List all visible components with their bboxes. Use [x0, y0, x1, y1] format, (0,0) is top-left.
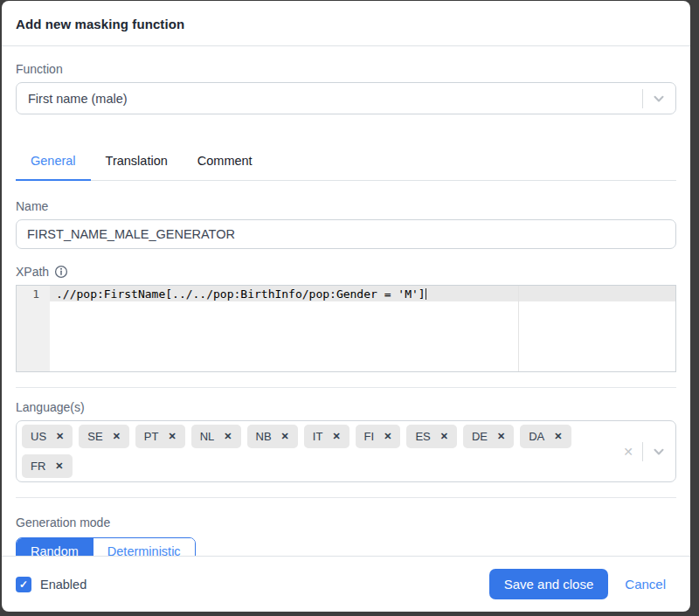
enabled-label: Enabled: [40, 578, 87, 592]
languages-label: Language(s): [16, 400, 676, 414]
select-divider: [642, 442, 643, 461]
remove-tag-icon[interactable]: ✕: [168, 432, 176, 441]
save-and-close-button[interactable]: Save and close: [489, 569, 609, 599]
editor-line-number: 1: [32, 287, 39, 301]
xpath-code-text: .//pop:FirstName[../../pop:BirthInfo/pop…: [56, 287, 426, 301]
dialog-footer: ✓ Enabled Save and close Cancel: [2, 556, 690, 612]
generation-mode-label: Generation mode: [16, 516, 676, 529]
language-tag-label: DE: [472, 430, 488, 443]
dialog-header: Add new masking function: [2, 1, 690, 46]
enabled-checkbox[interactable]: ✓: [16, 577, 31, 592]
language-tag-label: IT: [313, 430, 323, 443]
language-tag: FR✕: [22, 454, 73, 478]
language-tag-label: NB: [256, 430, 272, 443]
language-tag-list: US✕ SE✕ PT✕ NL✕ NB✕ IT✕ FI✕ ES✕ DE✕ DA✕ …: [22, 425, 614, 478]
language-tag-label: FI: [364, 430, 375, 443]
function-select-value: First name (male): [28, 92, 642, 106]
name-input[interactable]: [16, 219, 676, 249]
generation-mode-deterministic-button[interactable]: Deterministic: [93, 538, 195, 556]
language-tag: NL✕: [191, 425, 241, 448]
clear-all-icon[interactable]: ✕: [623, 445, 633, 459]
remove-tag-icon[interactable]: ✕: [224, 432, 232, 441]
dialog-body: Function First name (male) General Trans…: [2, 46, 690, 556]
language-tag-label: SE: [87, 430, 102, 443]
name-label: Name: [16, 199, 676, 213]
section-divider: [16, 387, 676, 388]
editor-code-area[interactable]: .//pop:FirstName[../../pop:BirthInfo/pop…: [50, 286, 675, 371]
modal-backdrop: Add new masking function Function First …: [0, 0, 699, 616]
function-select[interactable]: First name (male): [16, 82, 676, 114]
info-icon[interactable]: [54, 265, 68, 279]
language-tag-label: DA: [529, 430, 544, 443]
language-tag-label: US: [31, 430, 46, 443]
language-tag-label: PT: [144, 430, 159, 443]
language-tag-label: FR: [31, 460, 45, 473]
tab-comment[interactable]: Comment: [183, 144, 267, 181]
language-tag: PT✕: [135, 425, 185, 448]
language-tag: DE✕: [463, 425, 514, 448]
remove-tag-icon[interactable]: ✕: [332, 432, 340, 441]
function-label: Function: [16, 62, 676, 76]
remove-tag-icon[interactable]: ✕: [497, 432, 505, 441]
tab-bar: General Translation Comment: [16, 144, 676, 181]
languages-multiselect[interactable]: US✕ SE✕ PT✕ NL✕ NB✕ IT✕ FI✕ ES✕ DE✕ DA✕ …: [16, 420, 676, 482]
remove-tag-icon[interactable]: ✕: [440, 432, 448, 441]
language-tag: DA✕: [520, 425, 571, 448]
cancel-button[interactable]: Cancel: [625, 577, 666, 592]
language-tag: NB✕: [247, 425, 298, 448]
remove-tag-icon[interactable]: ✕: [554, 432, 562, 441]
section-divider: [16, 497, 676, 498]
remove-tag-icon[interactable]: ✕: [281, 432, 289, 441]
remove-tag-icon[interactable]: ✕: [113, 432, 121, 441]
language-tag-label: ES: [415, 430, 430, 443]
xpath-label: XPath: [16, 265, 49, 279]
chevron-down-icon[interactable]: [651, 91, 667, 107]
editor-gutter: 1: [17, 286, 50, 371]
language-tag: SE✕: [79, 425, 129, 448]
add-masking-function-dialog: Add new masking function Function First …: [2, 1, 690, 612]
xpath-code-editor[interactable]: 1 .//pop:FirstName[../../pop:BirthInfo/p…: [16, 285, 676, 372]
check-icon: ✓: [19, 579, 28, 590]
chevron-down-icon[interactable]: [651, 444, 667, 460]
remove-tag-icon[interactable]: ✕: [384, 432, 391, 441]
tab-translation[interactable]: Translation: [91, 144, 183, 181]
dialog-title: Add new masking function: [16, 17, 676, 31]
remove-tag-icon[interactable]: ✕: [56, 432, 64, 441]
select-divider: [642, 89, 643, 108]
language-tag: FI✕: [356, 425, 401, 448]
generation-mode-toggle: Random Deterministic: [16, 537, 196, 556]
language-tag-label: NL: [200, 430, 215, 443]
language-tag: IT✕: [304, 425, 350, 448]
language-tag: ES✕: [406, 425, 457, 448]
editor-caret: [426, 288, 426, 300]
language-tag: US✕: [22, 425, 73, 448]
xpath-label-row: XPath: [16, 265, 676, 279]
remove-tag-icon[interactable]: ✕: [55, 461, 63, 471]
tab-general[interactable]: General: [16, 144, 91, 181]
generation-mode-random-button[interactable]: Random: [17, 538, 93, 556]
